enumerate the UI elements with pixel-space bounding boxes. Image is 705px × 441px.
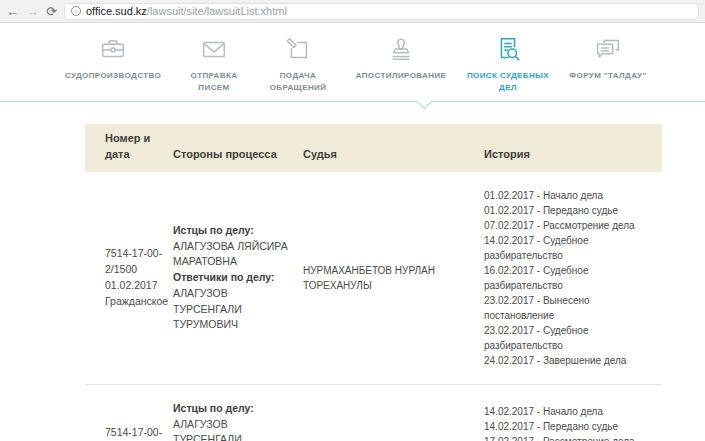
browser-toolbar: ← → ⟳ i office.sud.kz/lawsuit/site/lawsu… (0, 0, 705, 23)
lawsuit-table-header: Номер и дата Стороны процесса Судья Исто… (85, 124, 662, 172)
address-bar[interactable]: i office.sud.kz/lawsuit/site/lawsuitList… (64, 3, 699, 20)
parties-cell: Истцы по делу:АЛАГУЗОВА ЛЯЙСИРА МАРАТОВН… (173, 223, 303, 333)
history-entry: 14.02.2017 - Начало дела (484, 404, 658, 419)
history-entry: 23.02.2017 - Судебное разбирательство (484, 323, 658, 353)
column-header-history: История (484, 147, 662, 163)
nav-underline (0, 101, 705, 111)
parties-cell: Истцы по делу:АЛАГУЗОВ ТУРСЕНГАЛИ ТУРУМО… (173, 401, 303, 441)
history-entry: 01.02.2017 - Передано судье (484, 203, 658, 218)
party-role: Истцы по делу: (173, 401, 291, 417)
judge-cell: НУРМАХАНБЕТОВ НУРЛАН ТОРЕХАНУЛЫ (303, 263, 484, 293)
site-navigation: СУДОПРОИЗВОДСТВО ОТПРАВКА ПИСЕМ ПОДАЧА О… (0, 23, 705, 111)
nav-item-label: АПОСТИЛИРОВАНИЕ (356, 70, 447, 82)
note-pencil-icon (282, 32, 314, 64)
history-entry: 01.02.2017 - Начало дела (484, 188, 658, 203)
party-name: АЛАГУЗОВА ЛЯЙСИРА МАРАТОВНА (173, 239, 291, 271)
party-name: АЛАГУЗОВ ТУРСЕНГАЛИ ТУРУМОВИЧ (173, 286, 291, 333)
column-header-judge: Судья (303, 147, 484, 163)
history-entry: 24.02.2017 - Завершение дела (484, 353, 658, 368)
history-entry: 14.02.2017 - Судебное разбирательство (484, 233, 658, 263)
history-entry: 07.02.2017 - Рассмотрение дела (484, 218, 658, 233)
nav-item-otpravka-pisem[interactable]: ОТПРАВКА ПИСЕМ (174, 32, 254, 94)
nav-item-label: ОТПРАВКА ПИСЕМ (178, 70, 250, 94)
case-number-line: 7514-17-00-2/1810 (105, 425, 165, 441)
history-cell: 14.02.2017 - Начало дела14.02.2017 - Пер… (484, 404, 662, 441)
browser-reload-button[interactable]: ⟳ (46, 5, 57, 18)
page-info-icon[interactable]: i (71, 6, 81, 16)
nav-item-poisk-sudebnyh-del[interactable]: ПОИСК СУДЕБНЫХ ДЕЛ (460, 32, 556, 94)
column-header-number-date: Номер и дата (85, 131, 173, 163)
party-role: Истцы по делу: (173, 223, 291, 239)
party-role: Ответчики по делу: (173, 270, 291, 286)
table-row: 7514-17-00-2/181014.02.2017Гражданское И… (85, 385, 662, 441)
nav-item-forum-taldau[interactable]: ФОРУМ "ТАЛДАУ" (556, 32, 660, 82)
url-text: office.sud.kz/lawsuit/site/lawsuitList.x… (86, 5, 287, 17)
lawsuit-table: Номер и дата Стороны процесса Судья Исто… (85, 124, 662, 441)
nav-item-apostilirovanie[interactable]: АПОСТИЛИРОВАНИЕ (342, 32, 460, 82)
nav-item-podacha-obrashcheniy[interactable]: ПОДАЧА ОБРАЩЕНИЙ (254, 32, 342, 94)
nav-item-label: ФОРУМ "ТАЛДАУ" (569, 70, 646, 82)
table-row: 7514-17-00-2/150001.02.2017Гражданское И… (85, 172, 662, 385)
history-entry: 14.02.2017 - Передано судье (484, 419, 658, 434)
nav-item-sudoproizvodstvo[interactable]: СУДОПРОИЗВОДСТВО (52, 32, 174, 82)
lawsuit-table-body: 7514-17-00-2/150001.02.2017Гражданское И… (85, 172, 662, 441)
active-tab-notch (417, 94, 433, 110)
briefcase-icon (97, 32, 129, 64)
case-number-line: Гражданское (105, 294, 165, 310)
browser-back-button[interactable]: ← (6, 5, 19, 18)
browser-forward-button[interactable]: → (26, 5, 39, 18)
history-entry: 23.02.2017 - Вынесено постановление (484, 293, 658, 323)
case-number-line: 01.02.2017 (105, 278, 165, 294)
nav-item-label: ПОИСК СУДЕБНЫХ ДЕЛ (464, 70, 552, 94)
party-name: АЛАГУЗОВ ТУРСЕНГАЛИ ТУРУМОВИЧ (173, 417, 291, 441)
chat-bubbles-icon (592, 32, 624, 64)
history-entry: 16.02.2017 - Судебное разбирательство (484, 263, 658, 293)
history-cell: 01.02.2017 - Начало дела01.02.2017 - Пер… (484, 188, 662, 368)
envelope-icon (198, 32, 230, 64)
case-number-cell: 7514-17-00-2/150001.02.2017Гражданское (85, 246, 173, 309)
history-entry: 17.02.2017 - Рассмотрение дела (484, 434, 658, 441)
case-number-line: 7514-17-00-2/1500 (105, 246, 165, 278)
document-search-icon (492, 32, 524, 64)
case-number-cell: 7514-17-00-2/181014.02.2017Гражданское (85, 425, 173, 441)
stamp-icon (385, 32, 417, 64)
nav-item-label: СУДОПРОИЗВОДСТВО (65, 70, 161, 82)
column-header-parties: Стороны процесса (173, 147, 303, 163)
nav-item-label: ПОДАЧА ОБРАЩЕНИЙ (258, 70, 338, 94)
